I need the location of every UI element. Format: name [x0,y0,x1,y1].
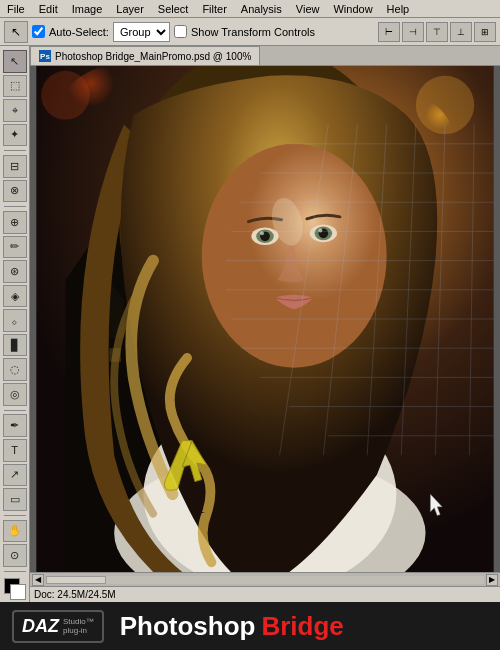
clone-stamp-btn[interactable]: ⊛ [3,260,27,283]
toolbox: ↖ ⬚ ⌖ ✦ ⊟ ⊗ ⊕ ✏ ⊛ ◈ ⬦ ▊ ◌ ◎ ✒ T ↗ ▭ ✋ ⊙ [0,46,30,602]
menu-file[interactable]: File [4,3,28,15]
tool-separator-4 [4,515,26,516]
scroll-left-btn[interactable]: ◀ [32,574,44,586]
canvas-area: Ps Photoshop Bridge_MainPromo.psd @ 100% [30,46,500,602]
svg-point-5 [41,71,90,120]
menu-bar: File Edit Image Layer Select Filter Anal… [0,0,500,18]
options-bar: ↖ Auto-Select: Group Layer Show Transfor… [0,18,500,46]
healing-brush-btn[interactable]: ⊕ [3,211,27,234]
photoshop-label: Photoshop [120,611,256,642]
canvas-tab[interactable]: Ps Photoshop Bridge_MainPromo.psd @ 100% [30,46,260,65]
ps-tab-icon: Ps [39,50,51,62]
eraser-tool-btn[interactable]: ⬦ [3,309,27,332]
photoshop-bridge-title: Photoshop Bridge [120,611,344,642]
zoom-tool-btn[interactable]: ⊙ [3,544,27,567]
move-tool-btn[interactable]: ↖ [3,50,27,73]
slice-tool-btn[interactable]: ⊗ [3,180,27,203]
canvas-illustration [30,66,500,572]
bottom-bar: DAZ Studio™ plug-in Photoshop Bridge [0,602,500,650]
lasso-tool-btn[interactable]: ⌖ [3,99,27,122]
menu-window[interactable]: Window [330,3,375,15]
align-right-btn[interactable]: ⊤ [426,22,448,42]
plugin-label: plug-in [63,626,94,635]
blur-tool-btn[interactable]: ◌ [3,358,27,381]
hand-tool-btn[interactable]: ✋ [3,520,27,543]
menu-filter[interactable]: Filter [199,3,229,15]
crop-tool-btn[interactable]: ⊟ [3,155,27,178]
menu-select[interactable]: Select [155,3,192,15]
studio-label: Studio™ [63,617,94,626]
auto-select-dropdown[interactable]: Group Layer [113,22,170,42]
workspace: ↖ ⬚ ⌖ ✦ ⊟ ⊗ ⊕ ✏ ⊛ ◈ ⬦ ▊ ◌ ◎ ✒ T ↗ ▭ ✋ ⊙ [0,46,500,602]
marquee-tool-btn[interactable]: ⬚ [3,75,27,98]
scroll-thumb[interactable] [46,576,106,584]
tool-separator-5 [4,571,26,572]
transform-controls-checkbox[interactable] [174,25,187,38]
daz-studio-logo: DAZ Studio™ plug-in [12,610,104,643]
canvas-content[interactable] [30,66,500,572]
path-select-btn[interactable]: ↗ [3,464,27,487]
align-left-btn[interactable]: ⊢ [378,22,400,42]
tool-separator-3 [4,410,26,411]
move-tool-icon[interactable]: ↖ [4,21,28,43]
gradient-tool-btn[interactable]: ▊ [3,334,27,357]
brush-tool-btn[interactable]: ✏ [3,236,27,259]
status-text: Doc: 24.5M/24.5M [34,589,116,600]
pen-tool-btn[interactable]: ✒ [3,414,27,437]
tool-separator-1 [4,150,26,151]
shape-tool-btn[interactable]: ▭ [3,488,27,511]
tab-bar: Ps Photoshop Bridge_MainPromo.psd @ 100% [30,46,500,66]
horizontal-scrollbar[interactable]: ◀ ▶ [30,572,500,586]
menu-image[interactable]: Image [69,3,106,15]
tab-filename: Photoshop Bridge_MainPromo.psd @ 100% [55,51,251,62]
menu-help[interactable]: Help [384,3,413,15]
history-brush-btn[interactable]: ◈ [3,285,27,308]
bridge-label: Bridge [261,611,343,642]
menu-view[interactable]: View [293,3,323,15]
daz-sub-labels: Studio™ plug-in [63,617,94,635]
status-bar: Doc: 24.5M/24.5M [30,586,500,602]
scroll-right-btn[interactable]: ▶ [486,574,498,586]
align-top-btn[interactable]: ⊥ [450,22,472,42]
svg-point-21 [260,231,264,235]
menu-edit[interactable]: Edit [36,3,61,15]
auto-select-label: Auto-Select: [49,26,109,38]
align-center-btn[interactable]: ⊣ [402,22,424,42]
type-tool-btn[interactable]: T [3,439,27,462]
menu-layer[interactable]: Layer [113,3,147,15]
background-color[interactable] [10,584,26,600]
auto-select-checkbox[interactable] [32,25,45,38]
align-bottom-btn[interactable]: ⊞ [474,22,496,42]
scroll-track[interactable] [46,576,484,584]
menu-analysis[interactable]: Analysis [238,3,285,15]
tool-separator-2 [4,206,26,207]
daz-text: DAZ [22,616,59,637]
quick-select-btn[interactable]: ✦ [3,124,27,147]
transform-controls-label: Show Transform Controls [191,26,315,38]
dodge-tool-btn[interactable]: ◎ [3,383,27,406]
